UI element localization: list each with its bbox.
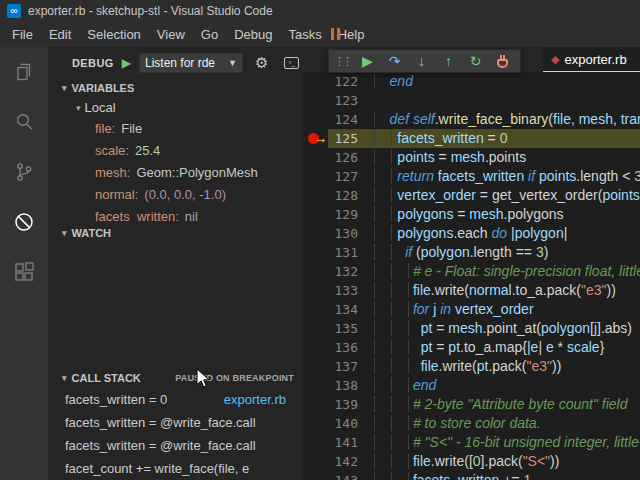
glyph-margin[interactable] [302, 91, 328, 110]
code-line-124[interactable]: 124 def self.write_face_binary(file, mes… [302, 110, 640, 129]
code-line-127[interactable]: 127 return facets_written if points.leng… [302, 167, 640, 186]
glyph-margin[interactable] [302, 376, 328, 395]
variable-row-mesh[interactable]: mesh:Geom::PolygonMesh [48, 161, 302, 183]
variable-row-facets_written[interactable]: facets_written:nil [48, 205, 302, 223]
menu-item-file[interactable]: File [4, 22, 41, 47]
glyph-margin[interactable] [302, 395, 328, 414]
variables-pane-title: VARIABLES [72, 82, 135, 94]
code-line-130[interactable]: 130 polygons.each do |polygon| [302, 224, 640, 243]
line-number: 141 [328, 433, 358, 452]
code-line-134[interactable]: 134 for j in vertex_order [302, 300, 640, 319]
scope-label: Local [85, 100, 116, 115]
code-line-131[interactable]: 131 if (polygon.length == 3) [302, 243, 640, 262]
stack-frame-1[interactable]: facets_written = @write_face.call [48, 411, 302, 434]
code-text: # "S<" - 16-bit unsigned integer, little… [358, 433, 640, 452]
code-line-142[interactable]: 142 file.write([0].pack("S<")) [302, 452, 640, 471]
stack-frame-3[interactable]: facet_count += write_face(file, e [48, 457, 302, 480]
glyph-margin[interactable] [302, 338, 328, 357]
step-over-button[interactable]: ↷ [381, 50, 408, 72]
code-line-140[interactable]: 140 # to store color data. [302, 414, 640, 433]
code-line-132[interactable]: 132 # e - Float: single-precision float,… [302, 262, 640, 281]
menu-item-selection[interactable]: Selection [79, 22, 148, 47]
glyph-margin[interactable] [302, 414, 328, 433]
menu-item-edit[interactable]: Edit [41, 22, 79, 47]
code-text: facets_written += 1 [358, 471, 640, 480]
menu-item-tasks[interactable]: Tasks [280, 22, 329, 47]
glyph-margin[interactable] [302, 281, 328, 300]
call-stack-pane-header[interactable]: ▾ CALL STACK PAUSED ON BREAKPOINT [48, 368, 302, 388]
activity-explorer-icon[interactable] [0, 47, 48, 97]
glyph-margin[interactable] [302, 224, 328, 243]
chevron-expanded-icon: ▾ [62, 83, 67, 93]
continue-button[interactable]: ▶ [354, 50, 381, 72]
code-line-136[interactable]: 136 pt = pt.to_a.map{|e| e * scale} [302, 338, 640, 357]
debug-console-icon[interactable]: ›_ [284, 57, 299, 69]
glyph-margin[interactable] [302, 262, 328, 281]
disconnect-button[interactable] [489, 50, 516, 72]
code-text: vertex_order = get_vertex_order(points, … [358, 186, 640, 205]
stack-frame-0[interactable]: facets_written = 0exporter.rb [48, 388, 302, 411]
step-into-icon: ↓ [418, 53, 425, 69]
menu-item-view[interactable]: View [149, 22, 193, 47]
glyph-margin[interactable] [302, 433, 328, 452]
stack-frame-file[interactable]: exporter.rb [214, 392, 286, 407]
glyph-margin[interactable] [302, 148, 328, 167]
step-over-icon: ↷ [389, 53, 401, 69]
glyph-margin[interactable] [302, 186, 328, 205]
step-out-button[interactable]: ↑ [435, 50, 462, 72]
code-line-123[interactable]: 123 [302, 91, 640, 110]
glyph-margin[interactable] [302, 167, 328, 186]
code-line-128[interactable]: 128 vertex_order = get_vertex_order(poin… [302, 186, 640, 205]
debug-start-button[interactable]: ▶ [122, 56, 131, 70]
call-stack-list: facets_written = 0exporter.rbfacets_writ… [48, 388, 302, 480]
glyph-margin[interactable] [302, 319, 328, 338]
code-line-143[interactable]: 143 facets_written += 1 [302, 471, 640, 480]
code-text: # to store color data. [358, 414, 640, 433]
code-line-126[interactable]: 126 points = mesh.points [302, 148, 640, 167]
tab-exporter-rb[interactable]: ◆ exporter.rb [543, 47, 640, 72]
variables-scope-local[interactable]: ▾ Local [48, 98, 302, 117]
activity-search-icon[interactable] [0, 97, 48, 147]
menu-item-debug[interactable]: Debug [226, 22, 280, 47]
variable-row-normal[interactable]: normal:(0.0, 0.0, -1.0) [48, 183, 302, 205]
activity-debug-icon[interactable] [0, 197, 48, 247]
glyph-margin[interactable]: → [302, 129, 328, 148]
code-line-133[interactable]: 133 file.write(normal.to_a.pack("e3")) [302, 281, 640, 300]
menu-item-go[interactable]: Go [193, 22, 226, 47]
activity-source-control-icon[interactable] [0, 147, 48, 197]
code-line-135[interactable]: 135 pt = mesh.point_at(polygon[j].abs) [302, 319, 640, 338]
glyph-margin[interactable] [302, 72, 328, 91]
code-line-137[interactable]: 137 file.write(pt.pack("e3")) [302, 357, 640, 376]
debug-config-dropdown[interactable]: Listen for rde ▼ [139, 53, 243, 73]
code-line-139[interactable]: 139 # 2-byte "Attribute byte count" fiel… [302, 395, 640, 414]
glyph-margin[interactable] [302, 205, 328, 224]
debug-sidebar-title: DEBUG [72, 57, 114, 69]
glyph-margin[interactable] [302, 300, 328, 319]
glyph-margin[interactable] [302, 110, 328, 129]
variable-name: file: [95, 121, 115, 136]
variable-row-scale[interactable]: scale:25.4 [48, 139, 302, 161]
variable-value: File [121, 121, 142, 136]
debug-configure-gear-icon[interactable]: ⚙ [255, 54, 268, 72]
stack-frame-2[interactable]: facets_written = @write_face.call [48, 434, 302, 457]
step-into-button[interactable]: ↓ [408, 50, 435, 72]
glyph-margin[interactable] [302, 452, 328, 471]
variable-row-file[interactable]: file:File [48, 117, 302, 139]
drag-grip-icon[interactable]: ⋮⋮ [333, 55, 354, 68]
restart-button[interactable]: ↻ [462, 50, 489, 72]
code-line-141[interactable]: 141 # "S<" - 16-bit unsigned integer, li… [302, 433, 640, 452]
code-text: pt = mesh.point_at(polygon[j].abs) [358, 319, 640, 338]
menu-bar: FileEditSelectionViewGoDebugTasksHelp [0, 22, 640, 47]
code-line-129[interactable]: 129 polygons = mesh.polygons [302, 205, 640, 224]
activity-extensions-icon[interactable] [0, 247, 48, 297]
code-line-138[interactable]: 138 end [302, 376, 640, 395]
watch-pane-header[interactable]: ▾ WATCH [48, 223, 302, 243]
variables-pane-header[interactable]: ▾ VARIABLES [48, 78, 302, 98]
glyph-margin[interactable] [302, 243, 328, 262]
code-line-122[interactable]: 122 end [302, 72, 640, 91]
code-line-125[interactable]: →125 facets_written = 0 [302, 129, 640, 148]
editor-lines: 122 end123124 def self.write_face_binary… [302, 72, 640, 480]
glyph-margin[interactable] [302, 471, 328, 480]
watch-pane: ▾ WATCH [48, 223, 302, 368]
glyph-margin[interactable] [302, 357, 328, 376]
